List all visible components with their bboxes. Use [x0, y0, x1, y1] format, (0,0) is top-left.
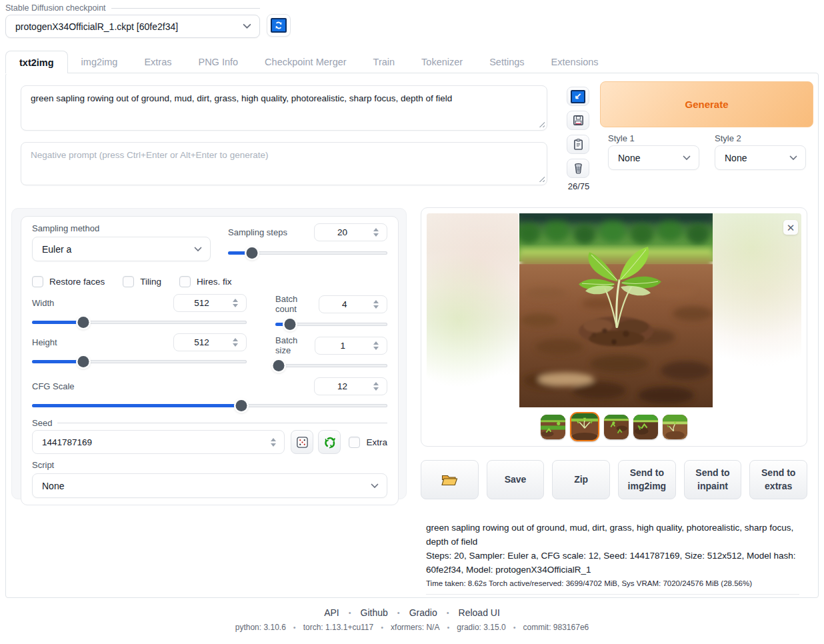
- width-label: Width: [32, 298, 54, 308]
- stepper-arrows[interactable]: [370, 382, 382, 391]
- tab-train[interactable]: Train: [360, 51, 409, 73]
- cfg-scale-label: CFG Scale: [32, 381, 75, 391]
- stepper-arrows[interactable]: [370, 228, 382, 237]
- tab-png-info[interactable]: PNG Info: [185, 51, 251, 73]
- batch-size-value: 1: [315, 341, 370, 351]
- chevron-down-icon: [371, 483, 379, 489]
- label-rule: [111, 8, 260, 9]
- stepper-arrows[interactable]: [267, 438, 279, 447]
- send-to-inpaint-button[interactable]: Send to inpaint: [684, 460, 742, 499]
- save-style-button[interactable]: [567, 111, 589, 130]
- style2-dropdown[interactable]: None: [715, 145, 806, 170]
- arrow-down-left-icon: ↙: [571, 90, 585, 103]
- tab-extras[interactable]: Extras: [131, 51, 185, 73]
- extra-seed-checkbox[interactable]: [349, 437, 360, 448]
- tab-txt2img[interactable]: txt2img: [5, 51, 68, 73]
- hires-fix-checkbox[interactable]: [179, 276, 191, 287]
- tiling-label: Tiling: [140, 277, 161, 287]
- tab-extensions[interactable]: Extensions: [538, 51, 612, 73]
- sampling-steps-value: 20: [315, 227, 370, 237]
- tab-settings[interactable]: Settings: [476, 51, 537, 73]
- cfg-scale-value: 12: [315, 381, 370, 391]
- negative-prompt-input[interactable]: [21, 142, 547, 185]
- width-input[interactable]: 512: [173, 294, 247, 312]
- batch-count-slider[interactable]: [275, 319, 387, 330]
- checkpoint-selector: Stable Diffusion checkpoint protogenX34O…: [5, 3, 260, 38]
- gallery-blur-backdrop-right: [711, 213, 801, 407]
- refresh-checkpoint-button[interactable]: [267, 14, 291, 37]
- info-prompt: green sapling rowing out of ground, mud,…: [426, 521, 799, 549]
- height-input[interactable]: 512: [173, 333, 247, 351]
- seed-input[interactable]: 1441787169: [32, 430, 285, 454]
- footer-link-reload-ui[interactable]: Reload UI: [459, 607, 500, 618]
- stepper-arrows[interactable]: [370, 341, 382, 350]
- thumbnail-3[interactable]: [604, 415, 629, 439]
- zip-button[interactable]: Zip: [552, 460, 610, 499]
- random-seed-button[interactable]: [291, 430, 313, 454]
- height-slider[interactable]: [32, 356, 247, 367]
- reuse-seed-button[interactable]: [318, 430, 341, 454]
- restore-faces-checkbox-item: Restore faces: [32, 276, 105, 287]
- folder-icon: [441, 473, 458, 487]
- batch-size-input[interactable]: 1: [315, 337, 387, 355]
- batch-count-value: 4: [319, 299, 370, 309]
- footer-link-gradio[interactable]: Gradio: [409, 607, 437, 618]
- batch-count-label: Batch count: [275, 294, 319, 314]
- cfg-scale-slider[interactable]: [32, 400, 387, 411]
- generated-image[interactable]: [519, 213, 713, 407]
- apply-style-button[interactable]: [567, 135, 589, 154]
- tab-checkpoint-merger[interactable]: Checkpoint Merger: [251, 51, 360, 73]
- bullet-separator: [447, 609, 449, 617]
- style1-dropdown[interactable]: None: [608, 145, 699, 170]
- dice-icon: [295, 435, 309, 449]
- sampling-steps-label: Sampling steps: [228, 227, 287, 237]
- checkpoint-dropdown[interactable]: protogenX34OfficialR_1.ckpt [60fe2f34]: [5, 15, 260, 38]
- generation-settings-card: Sampling method Euler a Sampling steps 2…: [21, 216, 399, 505]
- close-gallery-button[interactable]: ✕: [783, 220, 798, 235]
- stepper-arrows[interactable]: [229, 338, 241, 347]
- send-to-img2img-button[interactable]: Send to img2img: [618, 460, 676, 499]
- version-commit: commit: 983167e6: [523, 623, 589, 632]
- thumbnail-1[interactable]: [541, 415, 565, 439]
- trash-icon: [572, 162, 585, 175]
- prompt-wrap: green sapling rowing out of ground, mud,…: [21, 85, 547, 131]
- sampling-steps-slider[interactable]: [228, 247, 387, 259]
- footer-link-api[interactable]: API: [324, 607, 339, 618]
- tab-img2img[interactable]: img2img: [68, 51, 131, 73]
- script-value: None: [42, 481, 64, 491]
- chevron-down-icon: [243, 23, 251, 29]
- generate-button[interactable]: Generate: [600, 81, 813, 127]
- cfg-scale-input[interactable]: 12: [314, 377, 387, 395]
- batch-count-input[interactable]: 4: [319, 295, 387, 313]
- thumbnail-5[interactable]: [663, 415, 687, 439]
- thumbnail-4[interactable]: [633, 415, 658, 439]
- tiling-checkbox[interactable]: [123, 276, 134, 287]
- bullet-separator: [397, 609, 400, 617]
- height-value: 512: [174, 337, 229, 347]
- restore-faces-checkbox[interactable]: [32, 276, 43, 287]
- sampling-method-dropdown[interactable]: Euler a: [32, 237, 211, 261]
- thumbnail-2-selected[interactable]: [570, 412, 599, 441]
- version-gradio: gradio: 3.15.0: [457, 623, 505, 632]
- style2-label: Style 2: [715, 133, 741, 143]
- send-to-extras-button[interactable]: Send to extras: [749, 460, 807, 499]
- style2-dropdown-wrap: None: [715, 145, 806, 170]
- script-label: Script: [32, 460, 387, 470]
- batch-size-slider[interactable]: [275, 360, 387, 371]
- open-folder-button[interactable]: [421, 460, 479, 499]
- main-tabs: txt2img img2img Extras PNG Info Checkpoi…: [5, 51, 612, 73]
- seed-value: 1441787169: [33, 437, 267, 447]
- sampling-steps-input[interactable]: 20: [314, 223, 387, 241]
- footer-link-github[interactable]: Github: [361, 607, 388, 618]
- tab-tokenizer[interactable]: Tokenizer: [408, 51, 476, 73]
- stepper-arrows[interactable]: [229, 299, 241, 307]
- clear-prompt-button[interactable]: [567, 159, 589, 178]
- stepper-arrows[interactable]: [370, 300, 382, 309]
- refresh-icon: [271, 18, 287, 33]
- save-button[interactable]: Save: [487, 460, 545, 499]
- width-slider[interactable]: [32, 317, 247, 328]
- paste-generation-params-button[interactable]: ↙: [567, 87, 589, 106]
- prompt-input[interactable]: green sapling rowing out of ground, mud,…: [21, 85, 547, 131]
- script-dropdown[interactable]: None: [32, 473, 387, 498]
- seed-label: Seed: [32, 418, 52, 428]
